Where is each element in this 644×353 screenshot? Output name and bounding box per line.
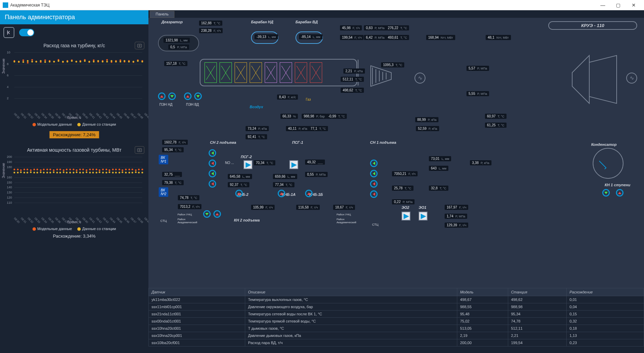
svg-rect-2: [137, 149, 142, 152]
collapse-icon: [6, 30, 12, 35]
label-kn2: КН 2 подъема: [234, 218, 260, 222]
value-sn2_p: 52,59P, кПа: [416, 126, 439, 131]
camera-icon: [137, 148, 142, 152]
sn2-pump-1[interactable]: [209, 149, 216, 157]
kn2-pump-2[interactable]: [213, 210, 221, 218]
label-eo1: ЭО1: [419, 205, 426, 210]
table-row[interactable]: yk11mba30ct022Температура выхлопных газо…: [149, 296, 644, 303]
sn2-pump-4[interactable]: [209, 180, 216, 188]
table-header[interactable]: Расхождение: [567, 288, 644, 296]
live-toggle[interactable]: [19, 29, 34, 36]
close-button[interactable]: ✕: [626, 0, 641, 10]
svg-point-1: [139, 45, 140, 47]
chart-2-screenshot-button[interactable]: [135, 146, 144, 154]
synoptic-diagram[interactable]: Деаэратор Барабан НД Барабан ВД КРУЭ - 1…: [148, 18, 644, 281]
sensor-table[interactable]: ДатчикОписаниеМодельСтанцияРасхождение y…: [148, 288, 644, 353]
label-psg2: ПСГ-2: [241, 155, 252, 159]
value-deaer_f: 238,28F, т/ч: [199, 28, 223, 33]
value-air_t: -0,99T, °C: [326, 114, 347, 119]
knb1a-pump[interactable]: [278, 190, 285, 197]
value-psg1_f: 116,58F, т/ч: [296, 205, 320, 210]
pen-nd-pump-2[interactable]: [168, 92, 176, 100]
table-row[interactable]: ssx00nda01ct001Температура прямой сетево…: [149, 318, 644, 325]
sn2-pump-3[interactable]: [209, 170, 216, 177]
label-deaerator: Деаэратор: [161, 20, 183, 24]
kn2-pump-1[interactable]: [203, 210, 211, 218]
value-r1_f: 45,98F, т/ч: [340, 25, 362, 30]
value-psg1_p2: 49,32___: [305, 160, 325, 165]
value-cond_l: 73,01L, мм: [429, 156, 451, 161]
value-cond_t2: 61,25T, °C: [485, 123, 507, 128]
sn2-pump-2[interactable]: [209, 160, 216, 167]
pen-vd-pump-2[interactable]: [194, 92, 202, 100]
value-r2_t: 493,61T, °C: [386, 35, 409, 40]
value-pt_p1: 5,57P, МПа: [466, 66, 489, 71]
krue-box: КРУЭ - 110: [548, 21, 637, 30]
pen-vd-pump-1[interactable]: [184, 92, 192, 100]
collapse-sidebar-button[interactable]: [3, 27, 14, 38]
value-ex_p: 2,21P, кПа: [343, 68, 365, 74]
camera-icon: [137, 43, 142, 48]
chart-2: Активная мощность газовой турбины, МВт З…: [0, 145, 148, 245]
knb1b-pump[interactable]: [305, 190, 313, 197]
value-sn1_p: 0,22P, МПа: [392, 199, 415, 204]
tab-panel[interactable]: Панель: [150, 11, 174, 18]
value-gt_t: 1095,3T, °C: [381, 62, 404, 67]
svg-point-3: [139, 150, 140, 151]
table-row[interactable]: ssx21nda11ct001Температура сетевой воды …: [149, 311, 644, 318]
table-row[interactable]: ssx10lba20cf001Расход пара ВД, т/ч200,00…: [149, 339, 644, 346]
value-bk_t4: 74,78T, °C: [178, 195, 199, 200]
table-row[interactable]: ssx10hna20cp001Давление дымовых газов, к…: [149, 332, 644, 339]
value-bk_t1: 95,34T, °C: [162, 147, 184, 152]
value-psg1_t2: 77,34T, °C: [273, 182, 294, 187]
value-bk_f2: 7013,2F, т/ч: [178, 204, 201, 209]
value-psg2_p: 73,24P, кПа: [246, 126, 269, 131]
minimize-button[interactable]: —: [595, 0, 610, 10]
titlebar: Академическая ТЭЦ — ▢ ✕: [0, 0, 644, 10]
knb2-pump[interactable]: [235, 190, 243, 197]
boiler-body: [200, 59, 357, 86]
value-deaer_l: 1321,98L, мм: [163, 38, 190, 43]
value-ex_t: 512,11T, °C: [341, 77, 364, 82]
label-rayon-unc-r: Район УНЦ: [337, 213, 351, 216]
value-drum_nd_l: -39,13L, мм: [254, 34, 278, 39]
value-ntt1: 168,94Nтт, МВт: [426, 35, 455, 40]
admin-panel: Панель администратора Расход газа на тур…: [0, 10, 148, 353]
table-row[interactable]: ssx10hna20ct001Т дымовых газов, °C513,05…: [149, 325, 644, 332]
value-air_pc: 66,33%: [280, 114, 298, 119]
value-bk_f1: 1602,78F, т/ч: [162, 140, 188, 145]
value-r2_f: 199,54F, т/ч: [340, 35, 364, 40]
value-psg2_f: 105,99F, т/ч: [251, 205, 275, 210]
bk2-button[interactable]: ВК Nº2: [159, 187, 168, 197]
sn1-pump-5[interactable]: [370, 190, 378, 198]
sn1-pump-3[interactable]: [370, 170, 378, 177]
kn1-pump-2[interactable]: [616, 189, 623, 197]
label-pen-nd: ПЭН НД: [159, 103, 172, 106]
steam-turbine-pt: [569, 52, 620, 107]
sn1-pump-4[interactable]: [370, 180, 378, 188]
value-deaer_p: 0,5P, МПа: [168, 45, 189, 50]
kn1-pump-1[interactable]: [602, 189, 610, 197]
sn1-pump-2[interactable]: [370, 160, 378, 167]
value-kn1_t: 32,8T, °C: [429, 186, 448, 191]
chart-1-screenshot-button[interactable]: [135, 42, 144, 49]
maximize-button[interactable]: ▢: [610, 0, 626, 10]
value-sn1_f2: 18,67F, т/ч: [333, 205, 355, 210]
label-rayon-akad-l: Район Академический: [178, 218, 197, 224]
condenser-vessel: [593, 148, 623, 179]
label-drum-vd: Барабан ВД: [295, 20, 318, 24]
bk1-button[interactable]: ВК Nº1: [159, 155, 168, 164]
value-kn1_p: 1,74P, МПа: [445, 214, 467, 219]
pen-nd-pump-1[interactable]: [158, 92, 166, 100]
value-ntt2: 48,1Nтт, МВт: [486, 35, 511, 40]
value-psg1_p3: 0,55P, МПа: [305, 172, 328, 177]
table-header[interactable]: Модель: [457, 288, 508, 296]
table-header[interactable]: Датчик: [149, 288, 245, 296]
table-header[interactable]: Станция: [508, 288, 567, 296]
table-header[interactable]: Описание: [245, 288, 457, 296]
chart-1: Расход газа на турбину, кг/с Значение 10…: [0, 41, 148, 145]
chart-1-divergence: Расхождение: 7,24%: [50, 131, 99, 138]
label-vozduh: Воздух: [250, 105, 263, 109]
value-psg2_l: 645,58L, мм: [228, 174, 252, 179]
table-row[interactable]: ssx11mbl01cp001Давление окружающего возд…: [149, 303, 644, 311]
